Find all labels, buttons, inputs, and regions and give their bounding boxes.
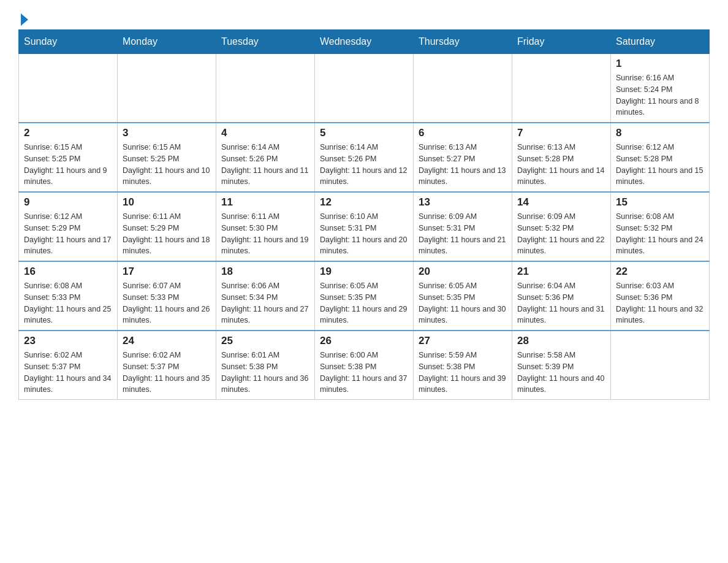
day-number: 15 (616, 196, 704, 209)
calendar-cell: 24Sunrise: 6:02 AMSunset: 5:37 PMDayligh… (118, 331, 216, 400)
calendar-cell: 25Sunrise: 6:01 AMSunset: 5:38 PMDayligh… (216, 331, 315, 400)
calendar-week-row: 9Sunrise: 6:12 AMSunset: 5:29 PMDaylight… (19, 192, 710, 261)
calendar-cell: 16Sunrise: 6:08 AMSunset: 5:33 PMDayligh… (19, 261, 118, 331)
day-info: Sunrise: 5:59 AMSunset: 5:38 PMDaylight:… (419, 350, 507, 396)
day-info: Sunrise: 6:11 AMSunset: 5:30 PMDaylight:… (221, 211, 309, 257)
calendar-cell: 17Sunrise: 6:07 AMSunset: 5:33 PMDayligh… (118, 261, 216, 331)
weekday-header-wednesday: Wednesday (315, 30, 414, 54)
logo-arrow-icon (21, 13, 28, 26)
day-info: Sunrise: 6:03 AMSunset: 5:36 PMDaylight:… (616, 280, 704, 326)
calendar-cell (19, 54, 118, 123)
day-number: 22 (616, 266, 704, 278)
calendar-cell: 23Sunrise: 6:02 AMSunset: 5:37 PMDayligh… (19, 331, 118, 400)
day-info: Sunrise: 6:05 AMSunset: 5:35 PMDaylight:… (320, 280, 408, 326)
weekday-header-thursday: Thursday (414, 30, 512, 54)
day-info: Sunrise: 6:12 AMSunset: 5:28 PMDaylight:… (616, 142, 704, 188)
calendar-cell: 20Sunrise: 6:05 AMSunset: 5:35 PMDayligh… (414, 261, 512, 331)
day-number: 26 (320, 335, 408, 347)
calendar-cell: 15Sunrise: 6:08 AMSunset: 5:32 PMDayligh… (611, 192, 710, 261)
day-number: 17 (123, 266, 211, 278)
day-info: Sunrise: 6:13 AMSunset: 5:27 PMDaylight:… (419, 142, 507, 188)
calendar-cell: 12Sunrise: 6:10 AMSunset: 5:31 PMDayligh… (315, 192, 414, 261)
day-info: Sunrise: 6:04 AMSunset: 5:36 PMDaylight:… (517, 280, 605, 326)
day-info: Sunrise: 6:09 AMSunset: 5:32 PMDaylight:… (517, 211, 605, 257)
day-info: Sunrise: 6:09 AMSunset: 5:31 PMDaylight:… (419, 211, 507, 257)
day-number: 18 (221, 266, 309, 278)
calendar-cell: 26Sunrise: 6:00 AMSunset: 5:38 PMDayligh… (315, 331, 414, 400)
day-info: Sunrise: 6:14 AMSunset: 5:26 PMDaylight:… (221, 142, 309, 188)
calendar-cell: 9Sunrise: 6:12 AMSunset: 5:29 PMDaylight… (19, 192, 118, 261)
calendar-cell (216, 54, 315, 123)
calendar-cell: 27Sunrise: 5:59 AMSunset: 5:38 PMDayligh… (414, 331, 512, 400)
calendar-cell (414, 54, 512, 123)
weekday-header-saturday: Saturday (611, 30, 710, 54)
calendar-cell: 2Sunrise: 6:15 AMSunset: 5:25 PMDaylight… (19, 123, 118, 192)
calendar-cell (512, 54, 611, 123)
logo (18, 12, 28, 23)
day-number: 5 (320, 127, 408, 139)
calendar-table: SundayMondayTuesdayWednesdayThursdayFrid… (18, 29, 710, 400)
calendar-week-row: 2Sunrise: 6:15 AMSunset: 5:25 PMDaylight… (19, 123, 710, 192)
day-number: 20 (419, 266, 507, 278)
calendar-cell: 11Sunrise: 6:11 AMSunset: 5:30 PMDayligh… (216, 192, 315, 261)
day-number: 21 (517, 266, 605, 278)
calendar-cell: 21Sunrise: 6:04 AMSunset: 5:36 PMDayligh… (512, 261, 611, 331)
calendar-cell (315, 54, 414, 123)
weekday-header-tuesday: Tuesday (216, 30, 315, 54)
day-number: 10 (123, 196, 211, 209)
day-number: 12 (320, 196, 408, 209)
day-info: Sunrise: 6:15 AMSunset: 5:25 PMDaylight:… (123, 142, 211, 188)
day-info: Sunrise: 6:02 AMSunset: 5:37 PMDaylight:… (24, 350, 112, 396)
calendar-week-row: 23Sunrise: 6:02 AMSunset: 5:37 PMDayligh… (19, 331, 710, 400)
calendar-week-row: 1Sunrise: 6:16 AMSunset: 5:24 PMDaylight… (19, 54, 710, 123)
calendar-cell: 13Sunrise: 6:09 AMSunset: 5:31 PMDayligh… (414, 192, 512, 261)
day-info: Sunrise: 6:08 AMSunset: 5:33 PMDaylight:… (24, 280, 112, 326)
calendar-cell: 10Sunrise: 6:11 AMSunset: 5:29 PMDayligh… (118, 192, 216, 261)
day-number: 19 (320, 266, 408, 278)
day-info: Sunrise: 6:15 AMSunset: 5:25 PMDaylight:… (24, 142, 112, 188)
day-number: 11 (221, 196, 309, 209)
calendar-cell: 1Sunrise: 6:16 AMSunset: 5:24 PMDaylight… (611, 54, 710, 123)
day-info: Sunrise: 6:16 AMSunset: 5:24 PMDaylight:… (616, 72, 704, 118)
day-info: Sunrise: 6:00 AMSunset: 5:38 PMDaylight:… (320, 350, 408, 396)
calendar-cell: 5Sunrise: 6:14 AMSunset: 5:26 PMDaylight… (315, 123, 414, 192)
day-number: 4 (221, 127, 309, 139)
calendar-cell: 6Sunrise: 6:13 AMSunset: 5:27 PMDaylight… (414, 123, 512, 192)
day-number: 7 (517, 127, 605, 139)
day-number: 2 (24, 127, 112, 139)
weekday-header-row: SundayMondayTuesdayWednesdayThursdayFrid… (19, 30, 710, 54)
day-info: Sunrise: 6:06 AMSunset: 5:34 PMDaylight:… (221, 280, 309, 326)
calendar-cell: 8Sunrise: 6:12 AMSunset: 5:28 PMDaylight… (611, 123, 710, 192)
calendar-cell: 28Sunrise: 5:58 AMSunset: 5:39 PMDayligh… (512, 331, 611, 400)
day-info: Sunrise: 6:13 AMSunset: 5:28 PMDaylight:… (517, 142, 605, 188)
day-info: Sunrise: 5:58 AMSunset: 5:39 PMDaylight:… (517, 350, 605, 396)
day-info: Sunrise: 6:02 AMSunset: 5:37 PMDaylight:… (123, 350, 211, 396)
calendar-cell: 3Sunrise: 6:15 AMSunset: 5:25 PMDaylight… (118, 123, 216, 192)
day-info: Sunrise: 6:11 AMSunset: 5:29 PMDaylight:… (123, 211, 211, 257)
weekday-header-friday: Friday (512, 30, 611, 54)
day-number: 8 (616, 127, 704, 139)
day-info: Sunrise: 6:05 AMSunset: 5:35 PMDaylight:… (419, 280, 507, 326)
calendar-week-row: 16Sunrise: 6:08 AMSunset: 5:33 PMDayligh… (19, 261, 710, 331)
day-number: 24 (123, 335, 211, 347)
day-number: 16 (24, 266, 112, 278)
day-info: Sunrise: 6:14 AMSunset: 5:26 PMDaylight:… (320, 142, 408, 188)
calendar-cell: 7Sunrise: 6:13 AMSunset: 5:28 PMDaylight… (512, 123, 611, 192)
day-info: Sunrise: 6:10 AMSunset: 5:31 PMDaylight:… (320, 211, 408, 257)
day-number: 9 (24, 196, 112, 209)
day-number: 6 (419, 127, 507, 139)
day-info: Sunrise: 6:12 AMSunset: 5:29 PMDaylight:… (24, 211, 112, 257)
day-info: Sunrise: 6:08 AMSunset: 5:32 PMDaylight:… (616, 211, 704, 257)
calendar-cell: 19Sunrise: 6:05 AMSunset: 5:35 PMDayligh… (315, 261, 414, 331)
day-number: 14 (517, 196, 605, 209)
day-info: Sunrise: 6:01 AMSunset: 5:38 PMDaylight:… (221, 350, 309, 396)
day-number: 27 (419, 335, 507, 347)
page-header (18, 12, 710, 23)
day-number: 1 (616, 58, 704, 70)
day-number: 13 (419, 196, 507, 209)
calendar-cell: 4Sunrise: 6:14 AMSunset: 5:26 PMDaylight… (216, 123, 315, 192)
calendar-cell: 18Sunrise: 6:06 AMSunset: 5:34 PMDayligh… (216, 261, 315, 331)
day-number: 23 (24, 335, 112, 347)
day-number: 25 (221, 335, 309, 347)
weekday-header-sunday: Sunday (19, 30, 118, 54)
